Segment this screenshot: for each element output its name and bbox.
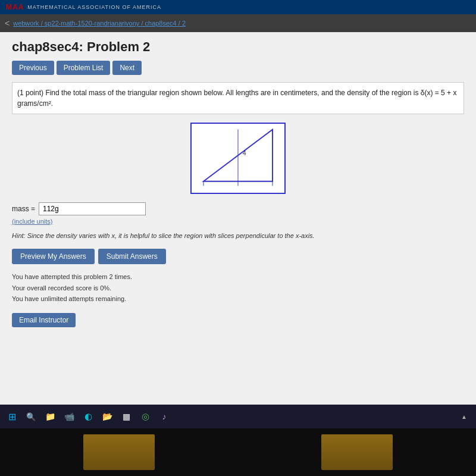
content-area: chap8sec4: Problem 2 Previous Problem Li…	[0, 32, 476, 405]
system-tray: ▲	[457, 409, 471, 424]
problem-points: (1 point)	[17, 89, 43, 97]
attempt-line2: Your overall recorded score is 0%.	[12, 283, 464, 294]
wood-piece-right	[321, 434, 393, 470]
problem-list-button[interactable]: Problem List	[57, 61, 111, 75]
attempt-info: You have attempted this problem 2 times.…	[12, 271, 464, 305]
files-taskbar-icon[interactable]: 📂	[100, 409, 114, 424]
wood-piece-left	[83, 434, 155, 470]
search-taskbar-icon[interactable]: 🔍	[24, 409, 38, 424]
submit-answers-button[interactable]: Submit Answers	[98, 249, 166, 264]
problem-text-content: Find the total mass of the triangular re…	[17, 89, 456, 108]
grid-taskbar-icon[interactable]: ▦	[119, 409, 133, 424]
previous-button[interactable]: Previous	[12, 61, 54, 75]
svg-text:4: 4	[243, 149, 246, 156]
windows-start-icon[interactable]: ⊞	[5, 409, 19, 424]
meet-taskbar-icon[interactable]: 📹	[62, 409, 76, 424]
next-button[interactable]: Next	[112, 61, 142, 75]
mass-input[interactable]	[39, 202, 146, 215]
edge-taskbar-icon[interactable]: ◐	[81, 409, 95, 424]
org-name: MATHEMATICAL ASSOCIATION OF AMERICA	[27, 4, 161, 10]
back-button[interactable]: <	[5, 18, 10, 28]
mass-label: mass =	[12, 205, 35, 213]
browser-chrome: < webwork / sp22-math-1520-randrianarivo…	[0, 14, 476, 32]
chrome-taskbar-icon[interactable]: ◎	[138, 409, 152, 424]
problem-description: (1 point) Find the total mass of the tri…	[12, 82, 464, 114]
triangle-container: 4	[12, 123, 464, 194]
units-link[interactable]: (include units)	[12, 218, 464, 225]
preview-answers-button[interactable]: Preview My Answers	[12, 249, 95, 264]
maa-logo: MAA	[6, 3, 24, 11]
maa-header: MAA MATHEMATICAL ASSOCIATION OF AMERICA	[0, 0, 476, 14]
breadcrumb[interactable]: webwork / sp22-math-1520-randrianarivony…	[13, 20, 186, 27]
triangle-diagram: 4	[190, 123, 286, 194]
email-instructor-button[interactable]: Email Instructor	[12, 313, 76, 327]
hint-text: Hint: Since the density varies with x, i…	[12, 232, 464, 239]
taskbar: ⊞ 🔍 📁 📹 ◐ 📂 ▦ ◎ ♪ ▲	[0, 405, 476, 428]
page-title: chap8sec4: Problem 2	[12, 39, 464, 55]
spotify-taskbar-icon[interactable]: ♪	[157, 409, 171, 424]
mass-row: mass =	[12, 202, 464, 215]
attempt-line1: You have attempted this problem 2 times.	[12, 271, 464, 283]
action-buttons: Preview My Answers Submit Answers	[12, 249, 464, 264]
attempt-line3: You have unlimited attempts remaining.	[12, 293, 464, 305]
nav-buttons: Previous Problem List Next	[12, 61, 464, 75]
folder-taskbar-icon[interactable]: 📁	[43, 409, 57, 424]
bottom-area	[0, 428, 476, 476]
